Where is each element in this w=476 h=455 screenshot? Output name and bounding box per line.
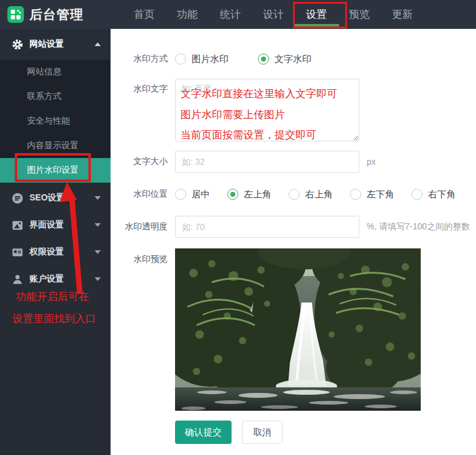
sidebar-item-security-performance[interactable]: 安全与性能	[0, 109, 111, 133]
sidebar-item-contact[interactable]: 联系方式	[0, 84, 111, 109]
sidebar-item-content-display[interactable]: 内容显示设置	[0, 133, 111, 158]
watermark-opacity-row: 水印透明度 %, 请填写7-100之间的整数	[111, 215, 470, 239]
watermark-position-label: 水印位置	[111, 189, 168, 200]
watermark-position-row: 水印位置 居中 左上角 右上角 左下角 右下角	[111, 185, 473, 204]
radio-circle[interactable]	[289, 189, 300, 200]
radio-position-bottom-left[interactable]: 左下角	[350, 189, 394, 200]
list-circle-icon	[11, 192, 23, 204]
nav-item-update[interactable]: 更新	[381, 0, 424, 29]
nav-item-features[interactable]: 功能	[166, 0, 209, 29]
radio-position-bottom-right[interactable]: 右下角	[412, 189, 456, 200]
nav-item-home[interactable]: 首页	[123, 0, 166, 29]
active-tab-underline	[294, 24, 339, 28]
watermark-method-row: 水印方式 图片水印 文字水印	[111, 50, 341, 68]
sidebar-submenu: 网站信息 联系方式 安全与性能 内容显示设置 图片水印设置	[0, 60, 111, 183]
app-title: 后台管理	[29, 6, 84, 23]
opacity-input[interactable]	[175, 216, 359, 238]
watermark-text-row: 水印文字 文字水印直接在这里输入文字即可 图片水印需要上传图片 当前页面按需设置…	[111, 79, 359, 141]
sidebar-group-seo[interactable]: SEO设置	[0, 184, 111, 212]
radio-circle[interactable]	[175, 53, 186, 65]
radio-image-watermark[interactable]: 图片水印	[175, 53, 228, 65]
nav-item-settings[interactable]: 设置	[295, 0, 338, 29]
caret-down-icon	[95, 196, 101, 200]
form-actions-row: 确认提交 取消	[175, 421, 283, 444]
caret-down-icon	[95, 250, 101, 254]
app-logo: 后台管理	[0, 6, 111, 23]
sidebar-item-website-info[interactable]: 网站信息	[0, 60, 111, 84]
submit-button[interactable]: 确认提交	[175, 421, 232, 444]
top-navbar: 后台管理 首页 功能 统计 设计 设置 预览 更新	[0, 0, 476, 29]
watermark-preview-label: 水印预览	[111, 248, 168, 411]
radio-position-center[interactable]: 居中	[175, 189, 210, 200]
nav-item-statistics[interactable]: 统计	[209, 0, 252, 29]
cancel-button[interactable]: 取消	[242, 421, 283, 444]
sidebar-group-account[interactable]: 账户设置	[0, 266, 111, 293]
nav-item-preview[interactable]: 预览	[338, 0, 381, 29]
watermark-text-textarea[interactable]	[175, 79, 359, 141]
sidebar-group-permissions[interactable]: 权限设置	[0, 239, 111, 266]
grid-logo-icon	[7, 6, 24, 23]
px-unit-suffix: px	[367, 157, 376, 167]
watermark-method-label: 水印方式	[111, 53, 168, 65]
sidebar-group-interface[interactable]: 界面设置	[0, 212, 111, 239]
radio-circle-checked[interactable]	[258, 53, 269, 65]
id-card-icon	[11, 246, 23, 258]
nav-menu: 首页 功能 统计 设计 设置 预览 更新	[123, 0, 424, 29]
radio-circle[interactable]	[350, 189, 361, 200]
radio-position-top-left[interactable]: 左上角	[227, 189, 271, 200]
sidebar-group-website-settings[interactable]: 网站设置	[0, 29, 111, 60]
text-size-input[interactable]	[175, 151, 359, 173]
sidebar-group-label: 网站设置	[29, 39, 64, 50]
sidebar: 网站设置 网站信息 联系方式 安全与性能 内容显示设置 图片水印设置 SEO设置	[0, 29, 111, 455]
text-size-row: 文字大小 px	[111, 150, 376, 173]
watermark-text-label: 水印文字	[111, 79, 168, 141]
radio-text-watermark[interactable]: 文字水印	[258, 53, 311, 65]
watermark-preview-row: 水印预览	[111, 248, 421, 411]
image-icon	[11, 219, 23, 231]
radio-position-top-right[interactable]: 右上角	[289, 189, 333, 200]
user-icon	[11, 273, 23, 285]
sidebar-item-image-watermark[interactable]: 图片水印设置	[0, 158, 111, 183]
text-size-label: 文字大小	[111, 156, 168, 167]
gear-icon	[11, 38, 23, 50]
watermark-settings-form: 水印方式 图片水印 文字水印 水印文字 文字水印直接在这里输入文字即可 图片水印…	[111, 29, 476, 455]
radio-circle[interactable]	[175, 189, 186, 200]
caret-down-icon	[95, 277, 101, 281]
radio-circle[interactable]	[412, 189, 423, 200]
annotation-text-line2: 设置里面找到入口	[12, 312, 96, 326]
nav-item-design[interactable]: 设计	[252, 0, 295, 29]
opacity-hint-suffix: %, 请填写7-100之间的整数	[367, 221, 470, 232]
radio-circle-checked[interactable]	[227, 189, 238, 200]
watermark-opacity-label: 水印透明度	[111, 221, 168, 232]
sidebar-groups: SEO设置 界面设置 权限	[0, 184, 111, 293]
caret-down-icon	[95, 223, 101, 227]
caret-up-icon	[95, 42, 101, 46]
watermark-preview-image	[175, 248, 421, 411]
